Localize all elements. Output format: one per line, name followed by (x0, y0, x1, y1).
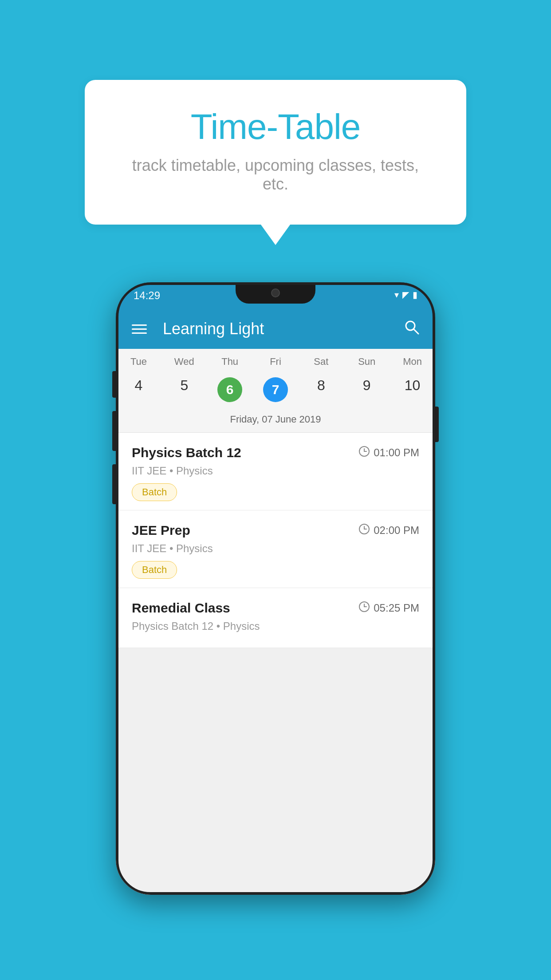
app-bar: Learning Light (116, 309, 435, 349)
schedule-time-1: 01:00 PM (358, 446, 419, 460)
schedule-time-2: 02:00 PM (358, 523, 419, 537)
schedule-title-2: JEE Prep (132, 523, 190, 538)
schedule-list: Physics Batch 12 01:00 PM (116, 433, 435, 648)
day-numbers: 4 5 6 7 8 9 10 (116, 371, 435, 410)
schedule-subtitle-2: IIT JEE • Physics (132, 542, 419, 555)
notch (236, 282, 315, 304)
volume-up-button (112, 411, 116, 451)
schedule-item-header-3: Remedial Class 05:25 PM (132, 601, 419, 616)
schedule-item-3: Remedial Class 05:25 PM (116, 588, 435, 648)
screen-content: Tue Wed Thu Fri Sat Sun Mon 4 5 6 7 (116, 349, 435, 895)
menu-icon[interactable] (132, 324, 147, 334)
day-6[interactable]: 6 (207, 374, 253, 406)
day-8[interactable]: 8 (298, 374, 344, 406)
day-6-circle: 6 (217, 377, 242, 402)
batch-badge-2: Batch (132, 561, 177, 579)
schedule-item-1: Physics Batch 12 01:00 PM (116, 433, 435, 510)
day-7-circle: 7 (263, 377, 288, 402)
clock-icon-1 (358, 446, 370, 460)
batch-badge-1: Batch (132, 483, 177, 501)
clock-icon-3 (358, 601, 370, 615)
status-icons: ▾ ◤ ▮ (394, 289, 417, 300)
camera (271, 288, 280, 297)
svg-line-1 (414, 329, 418, 334)
day-header-fri: Fri (253, 356, 299, 371)
wifi-icon: ▾ (394, 289, 399, 300)
day-header-sun: Sun (344, 356, 390, 371)
volume-down-button (112, 464, 116, 504)
day-4[interactable]: 4 (116, 374, 161, 406)
schedule-item-header-1: Physics Batch 12 01:00 PM (132, 445, 419, 460)
signal-icon: ◤ (402, 289, 409, 300)
day-9[interactable]: 9 (344, 374, 390, 406)
schedule-subtitle-3: Physics Batch 12 • Physics (132, 620, 419, 632)
calendar-section: Tue Wed Thu Fri Sat Sun Mon 4 5 6 7 (116, 349, 435, 433)
mute-button (112, 371, 116, 398)
day-10[interactable]: 10 (390, 374, 435, 406)
schedule-item-2: JEE Prep 02:00 PM (116, 510, 435, 588)
clock-icon-2 (358, 523, 370, 537)
day-headers: Tue Wed Thu Fri Sat Sun Mon (116, 349, 435, 371)
selected-date: Friday, 07 June 2019 (116, 410, 435, 433)
bubble-subtitle: track timetable, upcoming classes, tests… (120, 156, 431, 194)
day-header-wed: Wed (161, 356, 207, 371)
power-button (435, 407, 439, 442)
day-7[interactable]: 7 (253, 374, 299, 406)
phone-frame: 14:29 ▾ ◤ ▮ Learning Light (116, 282, 435, 895)
status-time: 14:29 (134, 289, 160, 302)
phone-mockup: 14:29 ▾ ◤ ▮ Learning Light (116, 282, 435, 895)
schedule-title-3: Remedial Class (132, 601, 230, 616)
day-header-tue: Tue (116, 356, 161, 371)
speech-bubble: Time-Table track timetable, upcoming cla… (85, 80, 466, 225)
schedule-title-1: Physics Batch 12 (132, 445, 241, 460)
schedule-item-header-2: JEE Prep 02:00 PM (132, 523, 419, 538)
app-title: Learning Light (163, 320, 264, 338)
bubble-title: Time-Table (120, 107, 431, 147)
day-header-mon: Mon (390, 356, 435, 371)
search-icon[interactable] (404, 320, 419, 338)
schedule-subtitle-1: IIT JEE • Physics (132, 465, 419, 477)
schedule-time-3: 05:25 PM (358, 601, 419, 615)
day-header-sat: Sat (298, 356, 344, 371)
day-header-thu: Thu (207, 356, 253, 371)
battery-icon: ▮ (413, 289, 417, 300)
day-5[interactable]: 5 (161, 374, 207, 406)
